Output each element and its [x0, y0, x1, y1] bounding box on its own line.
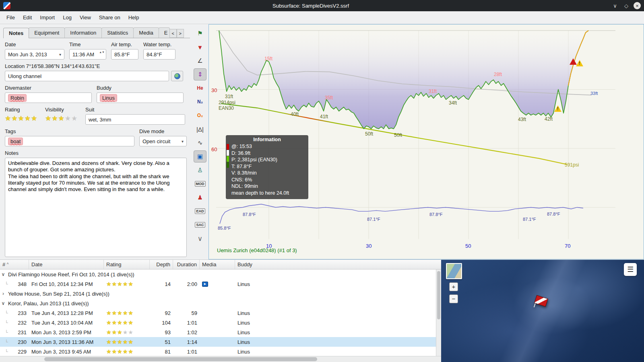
menu-import[interactable]: Import	[36, 13, 59, 22]
dive-duration: 1:01	[173, 349, 200, 355]
dive-row[interactable]: └231 Mon Jun 3, 2013 2:59 PM ★★★★★ 93 1:…	[0, 327, 441, 337]
dive-list-header: # ^ Date Rating Depth Duration Media Bud…	[0, 260, 441, 269]
divemode-combobox[interactable]: Open circuit ▾	[139, 136, 187, 146]
dive-row[interactable]: └233 Tue Jun 4, 2013 12:28 PM ★★★★★ 92 5…	[0, 308, 441, 318]
dive-buddy: Linus	[235, 349, 441, 355]
profile-info-tooltip: Information @: 15:53 D: 36.9ft P: 2,381p…	[226, 135, 308, 199]
menu-share-on[interactable]: Share on	[95, 13, 124, 22]
tab-statistics[interactable]: Statistics	[101, 27, 134, 38]
divemaster-chip[interactable]: Robin	[8, 94, 27, 102]
trip-row[interactable]: ∨ Divi Flamingo House Reef, Fri Oct 10, …	[0, 269, 441, 279]
column-header-buddy[interactable]: Buddy	[235, 260, 441, 269]
time-spinner[interactable]: 11:36 AM ▲▼	[69, 49, 106, 60]
pp-helium-icon[interactable]: He	[194, 82, 206, 94]
tab-extra[interactable]: E	[159, 27, 170, 38]
buddy-chip[interactable]: Linus	[100, 94, 117, 102]
maximize-button[interactable]: ◇	[622, 2, 630, 10]
location-field[interactable]: Ulong channel	[5, 71, 169, 81]
buddy-field[interactable]: Linus	[97, 93, 184, 103]
pp-nitrogen-icon[interactable]: N₂	[194, 96, 206, 108]
collapse-toolbar-icon[interactable]: ∨	[194, 232, 206, 245]
tag-chip[interactable]: boat	[8, 138, 23, 145]
dive-date: Mon Jun 3, 2013 11:36 AM	[29, 339, 104, 345]
notes-textarea[interactable]: Unbelievable dive. Dozens and dozens of …	[5, 158, 187, 257]
diver-red-icon: ♟	[197, 194, 202, 201]
pp-oxygen-icon[interactable]: O₂	[194, 109, 206, 121]
mod-icon[interactable]: MOD	[194, 178, 206, 190]
menu-log[interactable]: Log	[59, 13, 76, 22]
dive-flag-marker[interactable]	[533, 295, 550, 311]
expand-arrow-icon[interactable]: ∨	[0, 300, 6, 306]
menu-edit[interactable]: Edit	[19, 13, 36, 22]
globe-button[interactable]	[171, 71, 183, 81]
expand-arrow-icon[interactable]: ∨	[0, 272, 6, 277]
tab-scroll-left-icon[interactable]: <	[169, 29, 177, 38]
tab-scroll-right-icon[interactable]: >	[177, 29, 184, 38]
photos-icon[interactable]: ▣	[194, 150, 206, 162]
close-button[interactable]: ×	[634, 2, 641, 9]
ead-icon[interactable]: EAD	[194, 205, 206, 217]
rating-stars[interactable]: ★★★★★	[5, 114, 40, 123]
scale-icon[interactable]: ⇕	[194, 68, 206, 80]
media-icon[interactable]: ▶	[202, 282, 208, 287]
dive-row[interactable]: └232 Tue Jun 4, 2013 10:04 AM ★★★★★ 104 …	[0, 318, 441, 327]
column-header-depth[interactable]: Depth	[150, 260, 173, 269]
menu-file[interactable]: File	[2, 13, 19, 22]
date-combobox[interactable]: Mon Jun 3, 2013 ▾	[5, 49, 64, 60]
visibility-stars[interactable]: ★★★★★	[45, 114, 80, 123]
dive-duration: 59	[173, 310, 200, 316]
pp-graph-icon[interactable]: |Δ|	[194, 123, 206, 135]
tab-equipment[interactable]: Equipment	[29, 27, 65, 38]
scrollbar-thumb[interactable]	[437, 271, 440, 319]
dive-duration: 1:02	[173, 329, 200, 335]
divemaster-field[interactable]: Robin	[5, 93, 92, 103]
waveform-icon: ∿	[198, 139, 203, 146]
map-menu-button[interactable]: ☰	[624, 263, 637, 276]
dive-number: 348	[9, 281, 27, 287]
scrollbar-thumb[interactable]	[44, 357, 317, 361]
spinner-arrows-icon[interactable]: ▲▼	[99, 50, 105, 54]
dive-list: # ^ Date Rating Depth Duration Media Bud…	[0, 260, 441, 362]
menubar: File Edit Import Log View Share on Help	[0, 11, 644, 24]
map-overview-thumbnail[interactable]	[446, 263, 462, 279]
trip-row[interactable]: › Yellow House, Sun Sep 21, 2014 (1 dive…	[0, 289, 441, 298]
menu-help[interactable]: Help	[124, 13, 143, 22]
location-value: Ulong channel	[8, 73, 41, 79]
sac-icon[interactable]: SAC	[194, 219, 206, 231]
suit-field[interactable]: wet, 3mm	[85, 114, 185, 125]
dive-profile-chart[interactable]: 30 60 10 30 50 70 31ft 2914psi EAN30 15f…	[208, 24, 644, 259]
tags-field[interactable]: boat	[5, 136, 134, 146]
ead-text-icon: EAD	[195, 208, 205, 214]
dive-row-selected[interactable]: └230 Mon Jun 3, 2013 11:36 AM ★★★★★ 51 1…	[0, 337, 441, 347]
menu-view[interactable]: View	[76, 13, 95, 22]
ndl-tts-icon[interactable]: ♟	[194, 191, 206, 204]
airtemp-field[interactable]: 85.8°F	[111, 49, 138, 60]
map-zoom-in-button[interactable]: +	[449, 282, 458, 291]
tab-media[interactable]: Media	[133, 27, 159, 38]
minimize-button[interactable]: ∨	[611, 2, 619, 10]
tab-notes[interactable]: Notes	[3, 28, 29, 38]
dive-site-map[interactable]: + − ☰	[441, 260, 644, 362]
dive-buddy: Linus	[235, 339, 441, 345]
column-header-duration[interactable]: Duration	[173, 260, 200, 269]
tab-information[interactable]: Information	[64, 27, 102, 38]
collapse-arrow-icon[interactable]: ›	[0, 291, 6, 296]
info-title: Information	[229, 137, 305, 142]
heartrate-icon[interactable]: ∿	[194, 137, 206, 149]
column-header-number[interactable]: # ^	[0, 260, 29, 269]
dive-row[interactable]: └229 Mon Jun 3, 2013 9:45 AM ★★★★★ 81 1:…	[0, 347, 441, 356]
column-header-date[interactable]: Date	[29, 260, 104, 269]
ruler-icon[interactable]: ∠	[194, 55, 206, 67]
trip-row[interactable]: ∨ Koror, Palau, Jun 2013 (11 dive(s))	[0, 298, 441, 308]
watertemp-field[interactable]: 84.8°F	[143, 49, 175, 60]
tissues-icon[interactable]: ♙	[194, 164, 206, 176]
map-zoom-out-button[interactable]: −	[449, 294, 458, 303]
divemaster-label: Divemaster	[5, 85, 92, 91]
toggle-calc-ceiling-icon[interactable]: ▼	[194, 41, 206, 53]
dive-row[interactable]: └348 Fri Oct 10, 2014 12:34 PM ★★★★★ 14 …	[0, 279, 441, 289]
toggle-ceiling-icon[interactable]: ⚑	[194, 27, 206, 39]
vertical-scrollbar[interactable]	[436, 269, 441, 356]
column-header-media[interactable]: Media	[200, 260, 235, 269]
column-header-rating[interactable]: Rating	[104, 260, 150, 269]
horizontal-scrollbar[interactable]	[0, 356, 441, 362]
